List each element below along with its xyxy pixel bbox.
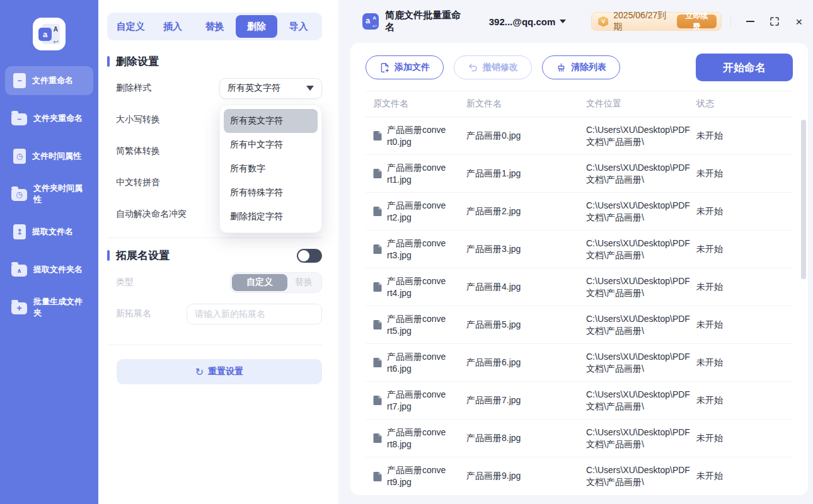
file-icon [373, 206, 382, 217]
file-path-text: C:\Users\XU\Desktop\PDF 文档\产品画册\ [586, 276, 690, 298]
cell-original-name: 产品画册convert0.jpg [366, 124, 466, 148]
mode-tab[interactable]: 自定义 [110, 15, 152, 38]
dropdown-option[interactable]: 所有数字 [224, 157, 318, 181]
table-header: 原文件名 新文件名 文件位置 状态 [366, 91, 793, 117]
badge-arrow-icon: ↩ [372, 23, 377, 29]
new-extension-input[interactable] [187, 304, 322, 324]
sidebar-item-icon [13, 224, 26, 239]
file-path-text: C:\Users\XU\Desktop\PDF 文档\产品画册\ [586, 314, 690, 336]
cell-new-name: 产品画册1.jpg [466, 168, 586, 180]
reset-settings-button[interactable]: ↻ 重置设置 [117, 359, 322, 384]
account-dropdown[interactable]: 392...@qq.com [489, 16, 567, 27]
new-extension-label: 新拓展名 [116, 308, 151, 319]
original-name-text: 产品画册convert0.jpg [387, 124, 446, 148]
table-row[interactable]: 产品画册convert3.jpg 产品画册3.jpg C:\Users\XU\D… [366, 231, 793, 268]
sidebar-item-icon [11, 265, 27, 277]
mode-tab[interactable]: 删除 [236, 15, 278, 38]
vip-status-pill: V 2025/06/27到期 立即续费 [591, 12, 722, 31]
table-row[interactable]: 产品画册convert1.jpg 产品画册1.jpg C:\Users\XU\D… [366, 155, 793, 193]
file-icon [373, 357, 382, 368]
file-path-text: C:\Users\XU\Desktop\PDF 文档\产品画册\ [586, 238, 690, 260]
original-name-text: 产品画册convert5.jpg [387, 313, 446, 337]
dropdown-option[interactable]: 所有英文字符 [224, 109, 318, 133]
file-icon [373, 244, 382, 255]
table-row[interactable]: 产品画册convert9.jpg 产品画册9.jpg C:\Users\XU\D… [366, 457, 793, 495]
renew-button[interactable]: 立即续费 [677, 14, 717, 28]
maximize-button[interactable] [766, 12, 784, 31]
extension-type-segmented: 自定义 替换 [230, 272, 322, 293]
table-row[interactable]: 产品画册convert6.jpg 产品画册6.jpg C:\Users\XU\D… [366, 344, 793, 382]
cell-status: 未开始 [696, 357, 793, 369]
table-row[interactable]: 产品画册convert4.jpg 产品画册4.jpg C:\Users\XU\D… [366, 268, 793, 306]
cell-status: 未开始 [696, 282, 793, 293]
vip-expiry-text: 2025/06/27到期 [613, 10, 672, 33]
delete-style-row: 删除样式 所有英文字符 [116, 72, 322, 104]
cell-status: 未开始 [696, 395, 793, 406]
file-path-text: C:\Users\XU\Desktop\PDF 文档\产品画册\ [586, 352, 690, 374]
start-rename-button[interactable]: 开始命名 [696, 54, 793, 81]
table-row[interactable]: 产品画册convert5.jpg 产品画册5.jpg C:\Users\XU\D… [366, 306, 793, 344]
cell-file-location: C:\Users\XU\Desktop\PDF 文档\产品画册\ [586, 351, 696, 375]
header-divider [730, 16, 731, 26]
clear-list-button[interactable]: 清除列表 [542, 55, 620, 79]
original-name-text: 产品画册convert7.jpg [387, 389, 446, 413]
dropdown-option[interactable]: 删除指定字符 [224, 205, 318, 229]
header-original-name: 原文件名 [366, 98, 466, 110]
sidebar-item[interactable]: 文件重命名 [5, 66, 93, 95]
close-button[interactable]: × [790, 12, 808, 31]
sidebar-item[interactable]: 文件夹重命名 [5, 104, 93, 133]
dropdown-option[interactable]: 所有中文字符 [224, 133, 318, 157]
cell-original-name: 产品画册convert2.jpg [366, 200, 466, 224]
extension-section-header: 拓展名设置 [107, 248, 322, 263]
minimize-button[interactable] [741, 12, 759, 31]
cell-file-location: C:\Users\XU\Desktop\PDF 文档\产品画册\ [586, 238, 696, 261]
header-new-name: 新文件名 [466, 98, 586, 110]
extension-toggle[interactable] [297, 249, 322, 263]
mode-tabs: 自定义 插入 替换 删除 导入 [107, 13, 322, 40]
sidebar-item[interactable]: 文件夹时间属性 [5, 180, 93, 209]
minimize-icon [746, 21, 754, 22]
chevron-down-icon [560, 20, 566, 23]
sidebar-item-label: 文件夹重命名 [33, 113, 83, 124]
file-icon [373, 471, 382, 482]
table-row[interactable]: 产品画册convert7.jpg 产品画册7.jpg C:\Users\XU\D… [366, 382, 793, 420]
table-row[interactable]: 产品画册convert8.jpg 产品画册8.jpg C:\Users\XU\D… [366, 420, 793, 457]
mode-tab[interactable]: 导入 [277, 15, 320, 38]
add-files-button[interactable]: 添加文件 [366, 55, 444, 79]
delete-style-value: 所有英文字符 [228, 83, 280, 94]
sidebar-item[interactable]: 批量生成文件夹 [5, 293, 93, 322]
segment-replace[interactable]: 替换 [287, 274, 320, 291]
new-extension-row: 新拓展名 [116, 298, 322, 329]
sidebar-item-label: 批量生成文件夹 [33, 296, 87, 319]
sidebar-item[interactable]: 文件时间属性 [5, 142, 93, 171]
extension-type-label: 类型 [116, 277, 134, 288]
cell-original-name: 产品画册convert7.jpg [366, 389, 466, 413]
dropdown-option[interactable]: 所有特殊字符 [224, 181, 318, 205]
extension-settings-form: 类型 自定义 替换 新拓展名 [116, 266, 322, 329]
extension-settings-title: 拓展名设置 [107, 248, 170, 263]
mode-tab[interactable]: 插入 [152, 15, 194, 38]
header-file-location: 文件位置 [586, 98, 696, 110]
table-row[interactable]: 产品画册convert2.jpg 产品画册2.jpg C:\Users\XU\D… [366, 193, 793, 231]
cell-new-name: 产品画册0.jpg [466, 130, 586, 142]
cell-new-name: 产品画册5.jpg [466, 319, 586, 331]
delete-style-select[interactable]: 所有英文字符 [219, 78, 322, 99]
extension-type-row: 类型 自定义 替换 [116, 266, 322, 298]
original-name-text: 产品画册convert2.jpg [387, 200, 446, 224]
cell-original-name: 产品画册convert9.jpg [366, 464, 466, 488]
undo-button[interactable]: 撤销修改 [454, 55, 532, 79]
mode-tab[interactable]: 替换 [193, 15, 236, 38]
main-area: a A ↩ 简鹿文件批量重命名 392...@qq.com V 2025/06/… [338, 0, 813, 504]
original-name-text: 产品画册convert3.jpg [387, 238, 446, 261]
file-icon [373, 130, 382, 141]
sidebar-item[interactable]: 提取文件名 [5, 217, 93, 246]
cell-new-name: 产品画册3.jpg [466, 244, 586, 255]
table-row[interactable]: 产品画册convert0.jpg 产品画册0.jpg C:\Users\XU\D… [366, 117, 793, 155]
table-scrollbar-thumb[interactable] [801, 120, 806, 279]
segment-custom[interactable]: 自定义 [232, 274, 287, 291]
sidebar-item[interactable]: 提取文件夹名 [5, 255, 93, 284]
cell-file-location: C:\Users\XU\Desktop\PDF 文档\产品画册\ [586, 389, 696, 413]
app-logo: A ↩ a [33, 18, 66, 50]
delete-style-label: 删除样式 [116, 83, 151, 94]
cell-status: 未开始 [696, 206, 793, 217]
